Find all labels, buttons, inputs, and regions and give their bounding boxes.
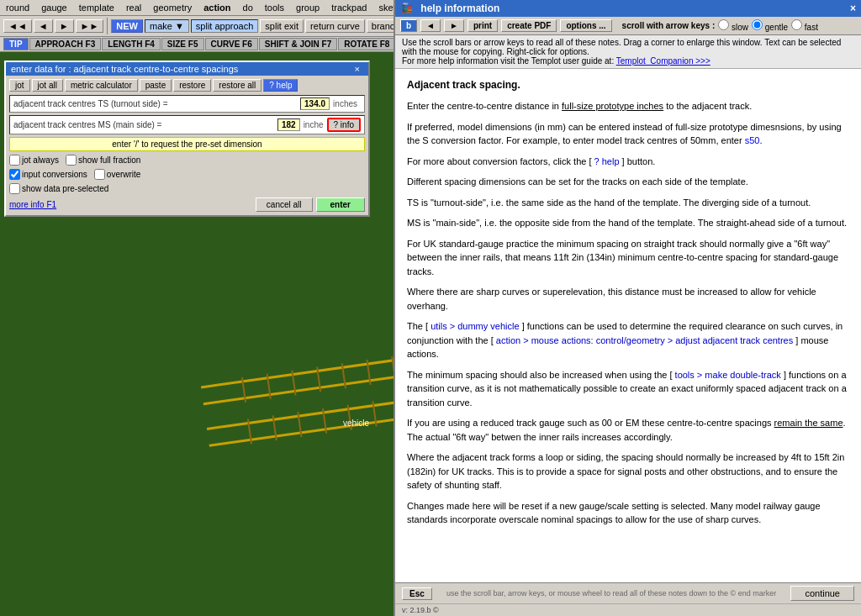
- dialog-title: enter data for : adjacent track centre-t…: [11, 64, 238, 74]
- s50-text: s50: [745, 135, 760, 145]
- version-text: v: 2.19.b ©: [402, 606, 439, 614]
- nav-prev-prev[interactable]: ◄◄: [3, 19, 32, 33]
- templot-icon: 🚂: [400, 3, 413, 14]
- nav-next[interactable]: ►: [55, 19, 74, 33]
- help-para-8: Where there are sharp curves or superele…: [407, 285, 849, 313]
- split-exit-button[interactable]: split exit: [260, 19, 304, 33]
- help-close-icon[interactable]: ×: [850, 3, 856, 14]
- restore-all-button[interactable]: restore all: [213, 79, 261, 92]
- ts-unit: inches: [333, 99, 357, 108]
- metric-calculator-button[interactable]: metric calculator: [65, 79, 138, 92]
- new-button[interactable]: NEW: [111, 19, 143, 33]
- scroll-gentle-radio[interactable]: [752, 19, 763, 30]
- help-forward-button[interactable]: ►: [444, 19, 464, 32]
- scroll-slow-option[interactable]: slow: [718, 19, 748, 32]
- enter-button[interactable]: enter: [316, 197, 365, 212]
- tab-approach[interactable]: APPROACH F3: [29, 38, 102, 50]
- help-para-1: Enter the centre-to-centre distance in f…: [407, 99, 849, 113]
- dialog-titlebar: enter data for : adjacent track centre-t…: [6, 62, 368, 76]
- scroll-options: slow gentle fast: [718, 19, 818, 32]
- help-options-button[interactable]: options ...: [560, 19, 611, 32]
- help-para-4: Different spacing dimensions can be set …: [407, 175, 849, 189]
- menu-round[interactable]: round: [3, 2, 32, 13]
- scroll-hint-text: use the scroll bar, arrow keys, or mouse…: [446, 589, 776, 598]
- dialog-close-icon[interactable]: ×: [351, 64, 363, 74]
- restore-button[interactable]: restore: [173, 79, 211, 92]
- data-dialog: enter data for : adjacent track centre-t…: [4, 61, 370, 217]
- input-conversions-option[interactable]: input conversions: [9, 169, 87, 180]
- templot-companion-link[interactable]: Templot_Companion >>>: [616, 56, 710, 66]
- show-full-fraction-option[interactable]: show full fraction: [66, 155, 140, 166]
- tab-rotate[interactable]: ROTATE F8: [338, 38, 395, 50]
- scroll-label: scroll with arrow keys :: [622, 21, 716, 30]
- remain-same-text: remain the same: [774, 418, 843, 428]
- scroll-fast-radio[interactable]: [791, 19, 802, 30]
- overwrite-option[interactable]: overwrite: [94, 169, 141, 180]
- menu-action[interactable]: action: [201, 2, 233, 13]
- show-data-pre-selected-option[interactable]: show data pre-selected: [9, 183, 108, 194]
- nav-prev[interactable]: ◄: [34, 19, 53, 33]
- scroll-slow-radio[interactable]: [718, 19, 729, 30]
- make-button[interactable]: make ▼: [145, 19, 189, 33]
- help-link-1[interactable]: ? help: [594, 156, 620, 166]
- nav-next-next[interactable]: ►►: [76, 19, 104, 33]
- tab-length[interactable]: LENGTH F4: [102, 38, 161, 50]
- options-row-2: input conversions overwrite: [9, 169, 365, 180]
- jot-all-button[interactable]: jot all: [32, 79, 63, 92]
- help-para-6: MS is "main-side", i.e. the opposite sid…: [407, 216, 849, 230]
- help-titlebar: 🚂 help information ×: [395, 0, 861, 17]
- menu-do[interactable]: do: [240, 2, 256, 13]
- tab-curve[interactable]: CURVE F6: [205, 38, 258, 50]
- continue-button[interactable]: continue: [790, 586, 854, 601]
- options-row-3: show data pre-selected: [9, 183, 365, 194]
- version-bar: v: 2.19.b ©: [395, 603, 861, 616]
- menu-trackpad[interactable]: trackpad: [329, 2, 369, 13]
- jot-button[interactable]: jot: [9, 79, 30, 92]
- ts-input-row: adjacent track centres TS (turnout side)…: [9, 95, 365, 113]
- more-info-label[interactable]: more info F1: [9, 200, 56, 209]
- jot-always-checkbox[interactable]: [9, 155, 20, 166]
- input-conversions-checkbox[interactable]: [9, 169, 20, 180]
- show-data-pre-selected-checkbox[interactable]: [9, 183, 20, 194]
- menu-template[interactable]: template: [77, 2, 117, 13]
- info-button[interactable]: ? info: [327, 118, 361, 132]
- esc-button[interactable]: Esc: [402, 587, 432, 600]
- tab-tip[interactable]: TIP: [3, 38, 29, 50]
- help-create-pdf-button[interactable]: create PDF: [501, 19, 557, 32]
- split-approach-button[interactable]: split approach: [191, 19, 259, 33]
- show-full-fraction-checkbox[interactable]: [66, 155, 77, 166]
- dialog-content: jot jot all metric calculator paste rest…: [6, 76, 368, 215]
- tools-double-track-link[interactable]: tools > make double-track: [675, 370, 781, 380]
- help-print-button[interactable]: print: [467, 19, 498, 32]
- action-right: cancel all enter: [256, 197, 365, 212]
- separator: [107, 18, 108, 34]
- menu-tools[interactable]: tools: [262, 2, 287, 13]
- help-para-3: For more about conversion factors, click…: [407, 155, 849, 169]
- scroll-fast-option[interactable]: fast: [791, 19, 818, 32]
- help-window: 🚂 help information × b ◄ ► print create …: [394, 0, 861, 616]
- help-content[interactable]: Adjacent track spacing. Enter the centre…: [395, 69, 861, 582]
- overwrite-checkbox[interactable]: [94, 169, 105, 180]
- jot-always-option[interactable]: jot always: [9, 155, 59, 166]
- help-button[interactable]: ? help: [263, 79, 298, 92]
- ms-label: adjacent track centres MS (main side) =: [13, 120, 274, 129]
- return-curve-button[interactable]: return curve: [305, 19, 365, 33]
- cancel-button[interactable]: cancel all: [256, 197, 313, 212]
- options-row: jot always show full fraction: [9, 155, 365, 166]
- menu-gauge[interactable]: gauge: [39, 2, 70, 13]
- utils-dummy-link[interactable]: utils > dummy vehicle: [430, 321, 519, 331]
- scroll-gentle-option[interactable]: gentle: [752, 19, 788, 32]
- help-b-button[interactable]: b: [400, 19, 417, 32]
- menu-geometry[interactable]: geometry: [151, 2, 194, 13]
- tab-size[interactable]: SIZE F5: [161, 38, 204, 50]
- help-back-button[interactable]: ◄: [420, 19, 441, 32]
- action-mouse-link[interactable]: action > mouse actions: control/geometry…: [496, 335, 793, 345]
- menu-group[interactable]: group: [293, 2, 322, 13]
- help-heading: Adjacent track spacing.: [407, 77, 849, 92]
- paste-button[interactable]: paste: [140, 79, 172, 92]
- ms-value[interactable]: 182: [277, 118, 300, 131]
- menu-real[interactable]: real: [124, 2, 144, 13]
- tab-shift-join[interactable]: SHIFT & JOIN F7: [259, 38, 337, 50]
- help-para-10: The minimum spacing should also be incre…: [407, 368, 849, 410]
- ts-value[interactable]: 134.0: [300, 97, 330, 110]
